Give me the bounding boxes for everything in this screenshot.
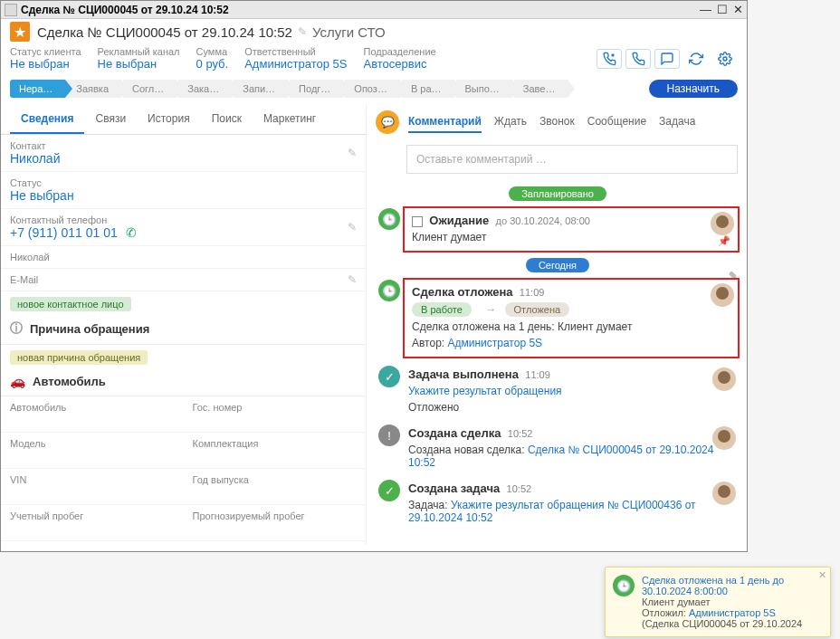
- left-pane: Сведения Связи История Поиск Маркетинг К…: [1, 105, 367, 545]
- toast-close[interactable]: ✕: [818, 569, 826, 581]
- stage-item[interactable]: Выпо…: [456, 80, 512, 98]
- task-link[interactable]: Укажите результат обращения: [408, 385, 562, 397]
- field-mileage[interactable]: Учетный пробег: [1, 505, 184, 541]
- auto-grid: Автомобиль Гос. номер Модель Комплектаци…: [1, 396, 366, 541]
- stage-item[interactable]: Подг…: [290, 80, 343, 98]
- chat-icon[interactable]: [654, 49, 680, 69]
- comment-main-icon: 💬: [376, 110, 399, 134]
- minimize-button[interactable]: —: [700, 3, 711, 16]
- tl-task-created-content[interactable]: Создана задача 10:52 Задача: Укажите рез…: [403, 478, 740, 528]
- section-reason[interactable]: ⓘ Причина обращения ✎: [1, 313, 366, 345]
- toast-line1[interactable]: Сделка отложена на 1 день до 30.10.2024 …: [642, 575, 784, 596]
- stage-item[interactable]: Зака…: [178, 80, 232, 98]
- tab-search[interactable]: Поиск: [201, 105, 253, 134]
- tl-task-done-content[interactable]: Задача выполнена 11:09 Укажите результат…: [403, 364, 740, 417]
- phone-icon[interactable]: ✆: [126, 225, 137, 240]
- meta-sum[interactable]: Сумма 0 руб.: [196, 46, 229, 71]
- rp-tab-call[interactable]: Звонок: [539, 111, 575, 133]
- divider-planned: Запланировано: [509, 186, 606, 201]
- tl-task-done: ✓ Задача выполнена 11:09 Укажите результ…: [376, 364, 740, 417]
- tag-new-reason: новая причина обращения: [10, 350, 148, 365]
- toast-notification[interactable]: ✕ 🕒 Сделка отложена на 1 день до 30.10.2…: [605, 567, 831, 637]
- field-vin[interactable]: VIN: [1, 469, 184, 505]
- stage-item[interactable]: Заве…: [514, 80, 568, 98]
- tl-deal-created-content[interactable]: Создана сделка 10:52 Создана новая сделк…: [403, 423, 740, 472]
- meta-division[interactable]: Подразделение Автосервис: [364, 46, 436, 71]
- field-year[interactable]: Год выпуска: [184, 469, 367, 505]
- arrow-icon: →: [485, 303, 496, 316]
- field-kompl[interactable]: Комплектация: [184, 433, 367, 469]
- tab-marketing[interactable]: Маркетинг: [253, 105, 327, 134]
- stage-item[interactable]: Заявка: [67, 80, 121, 98]
- rp-header: 💬 Комментарий Ждать Звонок Сообщение Зад…: [376, 105, 747, 139]
- gear-icon[interactable]: [712, 49, 738, 69]
- tl-task-created: ✓ Создана задача 10:52 Задача: Укажите р…: [376, 478, 740, 528]
- pin-icon[interactable]: 📌: [718, 235, 730, 247]
- rp-tab-task[interactable]: Задача: [659, 111, 695, 133]
- tab-links[interactable]: Связи: [84, 105, 137, 134]
- wait-checkbox[interactable]: [412, 216, 423, 227]
- deal-title: Сделка № СЦИ000045 от 29.10.24 10:52: [37, 24, 292, 40]
- star-icon: ★: [10, 22, 30, 42]
- avatar: [711, 283, 734, 307]
- assign-button[interactable]: Назначить: [649, 80, 738, 98]
- rp-tabs: Комментарий Ждать Звонок Сообщение Задач…: [408, 111, 695, 133]
- field-predicted[interactable]: Прогнозируемый пробег: [184, 505, 367, 541]
- field-gos[interactable]: Гос. номер: [184, 396, 367, 433]
- stage-item[interactable]: Нера…: [10, 80, 65, 98]
- meta-ad-channel[interactable]: Рекламный канал Не выбран: [98, 46, 180, 71]
- author-link[interactable]: Администратор 5S: [448, 337, 543, 349]
- toast-line2: Клиент думает: [642, 596, 823, 607]
- meta-client-status[interactable]: Статус клиента Не выбран: [10, 46, 81, 71]
- contact-field[interactable]: Контакт Николай ✎: [1, 135, 366, 172]
- header: ★ Сделка № СЦИ000045 от 29.10.24 10:52 ✎…: [1, 19, 747, 44]
- stage-item[interactable]: Согл…: [123, 80, 177, 98]
- car-icon: 🚗: [10, 374, 25, 388]
- tab-history[interactable]: История: [137, 105, 201, 134]
- rp-tab-wait[interactable]: Ждать: [494, 111, 527, 133]
- stage-item[interactable]: Запи…: [234, 80, 288, 98]
- rp-tab-message[interactable]: Сообщение: [587, 111, 646, 133]
- close-button[interactable]: ✕: [733, 3, 743, 16]
- tl-postponed-content[interactable]: Сделка отложена 11:09 В работе → Отложен…: [403, 278, 740, 358]
- divider-today: Сегодня: [526, 258, 589, 272]
- field-car[interactable]: Автомобиль: [1, 396, 184, 433]
- clock-icon: 🕒: [613, 575, 635, 596]
- field-model[interactable]: Модель: [1, 433, 184, 469]
- tl-deal-created: ! Создана сделка 10:52 Создана новая сде…: [376, 423, 740, 472]
- tab-info[interactable]: Сведения: [10, 105, 84, 134]
- phone-field[interactable]: Контактный телефон +7 (911) 011 01 01 ✆ …: [1, 209, 366, 246]
- toast-author[interactable]: Администратор 5S: [689, 607, 776, 618]
- clock-icon: 🕒: [378, 280, 400, 301]
- avatar: [712, 482, 736, 505]
- stage-item[interactable]: Опоз…: [345, 80, 400, 98]
- maximize-button[interactable]: ☐: [717, 3, 728, 16]
- tl-waiting-content[interactable]: Ожидание до 30.10.2024, 08:00 Клиент дум…: [403, 206, 740, 253]
- status-field[interactable]: Статус Не выбран: [1, 172, 366, 209]
- call-out-icon[interactable]: [625, 49, 651, 69]
- stage-item[interactable]: В ра…: [402, 80, 454, 98]
- email-field[interactable]: E-Mail ✎: [1, 269, 366, 291]
- doc-icon: [5, 4, 17, 16]
- edit-icon[interactable]: ✎: [348, 221, 357, 234]
- section-auto[interactable]: 🚗 Автомобиль ✎: [1, 367, 366, 396]
- call-in-icon[interactable]: [597, 49, 622, 69]
- deal-subtitle: Услуги СТО: [312, 24, 386, 40]
- tag-new-contact: новое контактное лицо: [10, 297, 131, 311]
- refresh-icon[interactable]: [683, 49, 709, 69]
- avatar: [712, 426, 736, 450]
- titlebar: Сделка № СЦИ000045 от 29.10.24 10:52 — ☐…: [1, 1, 747, 19]
- meta-row: Статус клиента Не выбран Рекламный канал…: [1, 44, 747, 76]
- comment-input[interactable]: Оставьте комментарий …: [406, 145, 738, 174]
- pill-to: Отложена: [505, 302, 570, 317]
- meta-responsible[interactable]: Ответственный Администратор 5S: [244, 46, 347, 71]
- task-created-link[interactable]: Укажите результат обращения № СЦИ000436 …: [408, 499, 696, 524]
- edit-icon[interactable]: ✎: [348, 147, 357, 159]
- timeline: Запланировано 🕒 Ожидание до 30.10.2024, …: [376, 183, 747, 545]
- edit-icon[interactable]: ✎: [348, 273, 357, 286]
- stage-bar: Нера… Заявка Согл… Зака… Запи… Подг… Опо…: [1, 76, 747, 105]
- window-title: Сделка № СЦИ000045 от 29.10.24 10:52: [21, 4, 700, 16]
- svg-point-0: [723, 57, 727, 61]
- info-icon: !: [378, 424, 400, 446]
- rp-tab-comment[interactable]: Комментарий: [408, 111, 482, 133]
